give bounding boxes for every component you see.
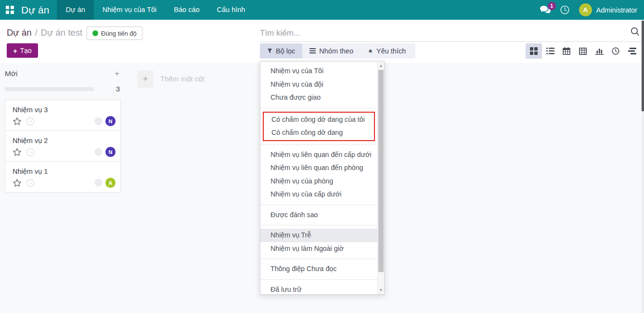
app-brand-title[interactable]: Dự án xyxy=(19,0,57,20)
filters-button[interactable]: Bộ lọc xyxy=(260,43,302,58)
graph-view-icon xyxy=(595,48,604,55)
apps-grid-icon xyxy=(6,6,14,14)
filter-toolbar: Bộ lọc Nhóm theo ★ Yêu thích xyxy=(260,43,415,58)
user-menu[interactable]: A Administrator xyxy=(579,3,637,16)
kanban-card-stack: Nhiệm vụ 3 N Nhiệm vụ 2 N xyxy=(5,100,121,193)
kanban-card-nhiem-vu-2[interactable]: Nhiệm vụ 2 N xyxy=(5,130,121,162)
nav-item-du-an[interactable]: Dự án xyxy=(57,0,93,20)
filter-item-department-tasks[interactable]: Nhiệm vụ của phòng xyxy=(260,175,377,188)
kanban-view-button[interactable] xyxy=(526,43,542,59)
group-by-icon xyxy=(309,48,316,53)
kanban-column-header: Mới + 3 xyxy=(5,69,121,93)
page-scrollbar-thumb[interactable] xyxy=(642,21,644,111)
page-scrollbar[interactable] xyxy=(642,20,644,313)
messages-count-badge: 1 xyxy=(548,2,556,10)
kanban-card-nhiem-vu-3[interactable]: Nhiệm vụ 3 N xyxy=(5,100,121,131)
filter-item-unread-messages[interactable]: Thông điệp Chưa đọc xyxy=(260,262,377,276)
create-button[interactable]: + Tạo xyxy=(7,43,38,58)
nav-item-cau-hinh[interactable]: Cấu hình xyxy=(208,0,254,20)
filter-item-open-timesheet[interactable]: Có chấm công dở dang xyxy=(264,126,374,140)
kanban-state-icon[interactable] xyxy=(95,148,102,156)
menu-divider xyxy=(260,108,377,108)
favorite-star-icon: ★ xyxy=(368,48,373,54)
card-title: Nhiệm vụ 1 xyxy=(5,162,120,175)
gantt-view-icon xyxy=(628,48,636,54)
timer-clock-icon[interactable] xyxy=(26,179,35,187)
star-toggle-icon[interactable] xyxy=(13,179,22,187)
pivot-view-icon xyxy=(579,48,587,55)
add-column-button[interactable]: + xyxy=(137,70,154,88)
group-by-button[interactable]: Nhóm theo xyxy=(302,43,361,58)
calendar-view-icon xyxy=(563,47,570,55)
column-progress-bar[interactable] xyxy=(5,87,94,91)
calendar-view-button[interactable] xyxy=(558,43,575,59)
menu-divider xyxy=(260,144,377,145)
filter-item-archived[interactable]: Đã lưu trữ xyxy=(260,283,377,295)
menu-divider xyxy=(260,205,377,205)
nav-item-nhiem-vu-cua-toi[interactable]: Nhiệm vụ của Tôi xyxy=(94,0,166,20)
filter-item-my-open-timesheet[interactable]: Có chấm công dở dang của tôi xyxy=(264,113,374,127)
nav-item-bao-cao[interactable]: Báo cáo xyxy=(165,0,208,20)
filter-item-subordinate-related[interactable]: Nhiệm vụ liên quan đến cấp dưới xyxy=(260,148,377,162)
filters-dropdown-menu: Nhiệm vụ của Tôi Nhiệm vụ của đội Chưa đ… xyxy=(260,61,385,295)
dropdown-scrollbar[interactable]: ▲ ▼ xyxy=(377,62,384,294)
project-kanban-screen: Dự án Dự án Nhiệm vụ của Tôi Báo cáo Cấu… xyxy=(0,0,644,313)
menu-divider xyxy=(260,225,377,225)
breadcrumb-separator: / xyxy=(35,27,37,38)
search-icon[interactable] xyxy=(631,27,640,36)
assignee-avatar[interactable]: N xyxy=(105,147,116,157)
apps-menu-button[interactable] xyxy=(0,0,19,20)
star-toggle-icon[interactable] xyxy=(13,148,22,156)
user-avatar: A xyxy=(579,3,592,16)
filter-item-starred[interactable]: Được đánh sao xyxy=(260,209,377,222)
star-toggle-icon[interactable] xyxy=(13,117,22,126)
highlighted-filter-group: Có chấm công dở dang của tôi Có chấm côn… xyxy=(263,112,375,141)
scroll-down-arrow-icon[interactable]: ▼ xyxy=(378,287,384,294)
card-title: Nhiệm vụ 3 xyxy=(5,100,120,114)
control-panel: Dự án/Dự án test Đúng tiến độ + Tạo Bộ l… xyxy=(0,20,644,63)
gantt-view-button[interactable] xyxy=(624,43,640,59)
favorites-button[interactable]: ★ Yêu thích xyxy=(361,43,413,58)
list-view-button[interactable] xyxy=(542,43,558,59)
plus-icon: + xyxy=(13,47,17,55)
assignee-avatar[interactable]: N xyxy=(105,116,116,126)
filter-item-my-tasks[interactable]: Nhiệm vụ của Tôi xyxy=(260,65,377,78)
project-status-badge[interactable]: Đúng tiến độ xyxy=(87,26,142,40)
filter-item-unassigned[interactable]: Chưa được giao xyxy=(260,91,377,104)
pivot-view-button[interactable] xyxy=(575,43,591,59)
filter-item-overtime-tasks[interactable]: Nhiệm vụ làm Ngoài giờ xyxy=(260,242,377,256)
add-column-label[interactable]: Thêm một cột xyxy=(160,75,205,83)
activities-button[interactable] xyxy=(560,5,569,14)
kanban-state-icon[interactable] xyxy=(95,179,102,186)
kanban-card-nhiem-vu-1[interactable]: Nhiệm vụ 1 A xyxy=(5,161,121,193)
filter-item-team-tasks[interactable]: Nhiệm vụ của đội xyxy=(260,78,377,91)
menu-divider xyxy=(260,259,377,259)
column-record-count: 3 xyxy=(116,85,121,93)
graph-view-button[interactable] xyxy=(591,43,607,59)
breadcrumb: Dự án/Dự án test xyxy=(7,27,82,38)
kanban-state-icon[interactable] xyxy=(95,117,102,125)
activity-view-button[interactable] xyxy=(607,43,624,59)
group-by-button-label: Nhóm theo xyxy=(319,47,353,55)
timer-clock-icon[interactable] xyxy=(26,148,35,156)
filter-item-subordinate-tasks[interactable]: Nhiệm vụ của cấp dưới xyxy=(260,188,377,201)
assignee-avatar[interactable]: A xyxy=(105,178,116,188)
breadcrumb-root-link[interactable]: Dự án xyxy=(7,27,31,38)
create-button-label: Tạo xyxy=(20,47,32,54)
activity-clock-icon xyxy=(612,47,619,55)
filter-funnel-icon xyxy=(267,48,272,53)
view-switcher xyxy=(526,43,640,59)
favorites-button-label: Yêu thích xyxy=(376,47,406,55)
filter-item-late-tasks[interactable]: Nhiệm vụ Trễ xyxy=(260,229,377,242)
filter-item-department-related[interactable]: Nhiệm vụ liên quan đến phòng xyxy=(260,161,377,175)
search-input[interactable] xyxy=(260,25,644,41)
column-add-record-button[interactable]: + xyxy=(113,69,121,78)
scroll-up-arrow-icon[interactable]: ▲ xyxy=(378,62,384,69)
user-name-label: Administrator xyxy=(596,6,637,14)
breadcrumb-current: Dự án test xyxy=(41,27,82,38)
timer-clock-icon[interactable] xyxy=(26,117,35,126)
messages-button[interactable]: 1 xyxy=(540,6,551,14)
clock-icon xyxy=(560,5,569,14)
search-underline xyxy=(260,41,644,42)
dropdown-scrollbar-thumb[interactable] xyxy=(378,70,384,272)
